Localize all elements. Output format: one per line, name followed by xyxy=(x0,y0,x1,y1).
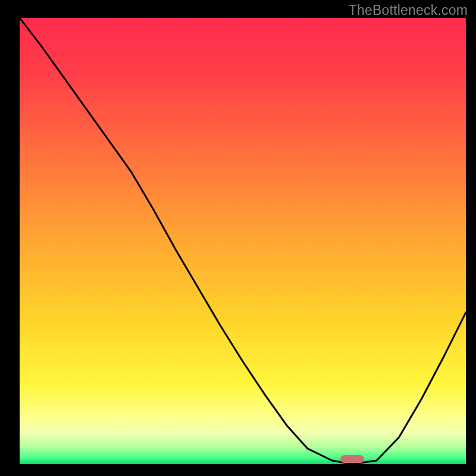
watermark-text: TheBottleneck.com xyxy=(349,2,468,18)
bottleneck-curve xyxy=(20,18,466,464)
current-config-marker xyxy=(340,455,364,463)
chart-plot-area xyxy=(20,18,466,464)
curve-path xyxy=(20,18,466,464)
